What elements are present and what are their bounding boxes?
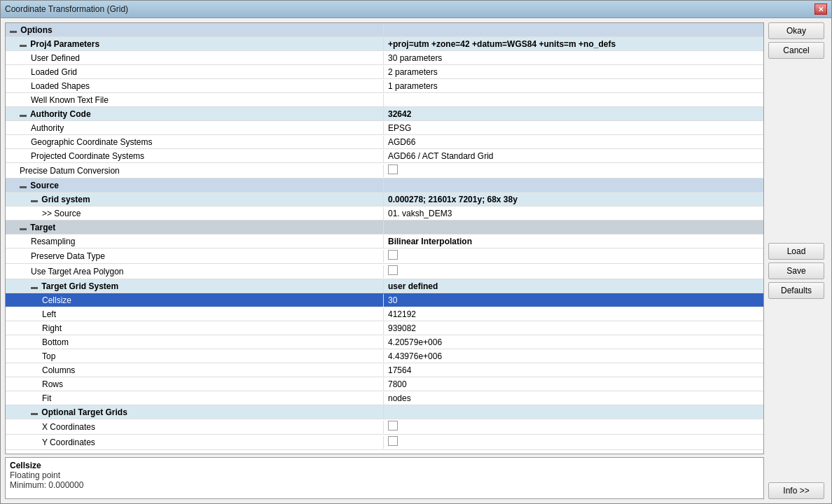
loaded-grid-row: Loaded Grid 2 parameters xyxy=(6,65,763,79)
target-grid-toggle[interactable]: ▬ xyxy=(31,283,39,290)
right-value: 939082 xyxy=(384,322,763,335)
rows-row: Rows 7800 xyxy=(6,377,763,391)
columns-row: Columns 17564 xyxy=(6,363,763,377)
right-row: Right 939082 xyxy=(6,321,763,335)
cellsize-key: Cellsize xyxy=(6,294,384,307)
precise-datum-checkbox[interactable] xyxy=(388,164,398,174)
grid-system-value: 0.000278; 21601x 7201y; 68x 38y xyxy=(384,193,763,206)
use-target-key: Use Target Area Polygon xyxy=(6,265,384,278)
use-target-row: Use Target Area Polygon xyxy=(6,264,763,279)
y-coordinates-checkbox[interactable] xyxy=(388,436,398,446)
options-label: ▬ Options xyxy=(6,24,384,36)
target-grid-value: user defined xyxy=(384,280,763,293)
geographic-row: Geographic Coordinate Systems AGD66 xyxy=(6,135,763,149)
projected-value: AGD66 / ACT Standard Grid xyxy=(384,150,763,162)
bottom-info-panel: Cellsize Floating point Minimum: 0.00000… xyxy=(5,457,764,499)
options-toggle[interactable]: ▬ xyxy=(10,27,18,34)
content-area: ▬ Options ▬ Proj4 Parameters +proj=utm +… xyxy=(1,18,831,503)
preserve-data-checkbox[interactable] xyxy=(388,250,398,260)
well-known-value xyxy=(384,99,763,102)
button-spacer2 xyxy=(768,302,827,480)
y-coordinates-value xyxy=(384,435,763,449)
options-section: ▬ Options xyxy=(6,23,763,37)
button-spacer xyxy=(768,62,827,240)
window-title: Coordinate Transformation (Grid) xyxy=(5,4,128,14)
titlebar: Coordinate Transformation (Grid) ✕ xyxy=(1,1,831,18)
authority-code-value: 32642 xyxy=(384,108,763,120)
right-panel: Okay Cancel Load Save Defaults Info >> xyxy=(768,18,831,503)
bottom-row: Bottom 4.20579e+006 xyxy=(6,335,763,349)
fit-value: nodes xyxy=(384,392,763,405)
authority-row: Authority EPSG xyxy=(6,121,763,135)
right-key: Right xyxy=(6,322,384,335)
proj4-toggle[interactable]: ▬ xyxy=(20,41,28,48)
top-value: 4.43976e+006 xyxy=(384,350,763,363)
loaded-shapes-value: 1 parameters xyxy=(384,80,763,92)
user-defined-row: User Defined 30 parameters xyxy=(6,51,763,65)
source-item-row: >> Source 01. vaksh_DEM3 xyxy=(6,206,763,220)
left-row: Left 412192 xyxy=(6,307,763,321)
y-coordinates-row: Y Coordinates xyxy=(6,435,763,450)
use-target-checkbox[interactable] xyxy=(388,265,398,275)
close-button[interactable]: ✕ xyxy=(814,4,827,15)
bottom-value: 4.20579e+006 xyxy=(384,336,763,349)
main-window: Coordinate Transformation (Grid) ✕ ▬ Opt… xyxy=(0,0,832,504)
fit-key: Fit xyxy=(6,392,384,405)
optional-grids-toggle[interactable]: ▬ xyxy=(31,409,39,416)
grid-system-toggle[interactable]: ▬ xyxy=(31,196,39,204)
precise-datum-row: Precise Datum Conversion xyxy=(6,163,763,178)
target-grid-row: ▬ Target Grid System user defined xyxy=(6,279,763,293)
defaults-button[interactable]: Defaults xyxy=(768,282,824,299)
target-toggle[interactable]: ▬ xyxy=(20,224,28,232)
bottom-info-line1: Floating point xyxy=(10,470,759,480)
proj4-key: ▬ Proj4 Parameters xyxy=(6,38,384,50)
well-known-row: Well Known Text File xyxy=(6,93,763,107)
authority-value: EPSG xyxy=(384,122,763,134)
left-key: Left xyxy=(6,308,384,321)
x-coordinates-row: X Coordinates xyxy=(6,419,763,435)
columns-value: 17564 xyxy=(384,364,763,377)
rows-value: 7800 xyxy=(384,378,763,391)
x-coordinates-value xyxy=(384,419,763,434)
x-coordinates-key: X Coordinates xyxy=(6,421,384,433)
info-button[interactable]: Info >> xyxy=(768,482,824,499)
save-button[interactable]: Save xyxy=(768,262,824,279)
main-panel: ▬ Options ▬ Proj4 Parameters +proj=utm +… xyxy=(1,18,768,503)
geographic-value: AGD66 xyxy=(384,136,763,148)
rows-key: Rows xyxy=(6,378,384,391)
okay-button[interactable]: Okay xyxy=(768,22,824,39)
loaded-shapes-key: Loaded Shapes xyxy=(6,80,384,92)
source-toggle[interactable]: ▬ xyxy=(20,182,28,190)
proj4-value: +proj=utm +zone=42 +datum=WGS84 +units=m… xyxy=(384,38,763,50)
grid-container[interactable]: ▬ Options ▬ Proj4 Parameters +proj=utm +… xyxy=(5,22,764,454)
cellsize-row[interactable]: Cellsize 30 xyxy=(6,293,763,307)
fit-row: Fit nodes xyxy=(6,391,763,405)
well-known-key: Well Known Text File xyxy=(6,94,384,106)
projected-row: Projected Coordinate Systems AGD66 / ACT… xyxy=(6,149,763,163)
cancel-button[interactable]: Cancel xyxy=(768,42,824,59)
grid-system-row: ▬ Grid system 0.000278; 21601x 7201y; 68… xyxy=(6,192,763,206)
loaded-grid-value: 2 parameters xyxy=(384,66,763,78)
loaded-shapes-row: Loaded Shapes 1 parameters xyxy=(6,79,763,93)
x-coordinates-checkbox[interactable] xyxy=(388,421,398,430)
resampling-value: Bilinear Interpolation xyxy=(384,235,763,248)
optional-grids-key: ▬ Optional Target Grids xyxy=(6,406,384,419)
authority-code-key: ▬ Authority Code xyxy=(6,108,384,120)
geographic-key: Geographic Coordinate Systems xyxy=(6,136,384,148)
resampling-key: Resampling xyxy=(6,235,384,248)
cellsize-value: 30 xyxy=(384,294,763,307)
preserve-data-value xyxy=(384,248,763,263)
load-button[interactable]: Load xyxy=(768,243,824,260)
target-section: ▬ Target xyxy=(6,220,763,234)
loaded-grid-key: Loaded Grid xyxy=(6,66,384,78)
grid-system-key: ▬ Grid system xyxy=(6,193,384,206)
bottom-key: Bottom xyxy=(6,336,384,349)
columns-key: Columns xyxy=(6,364,384,377)
resampling-row: Resampling Bilinear Interpolation xyxy=(6,234,763,248)
authority-toggle[interactable]: ▬ xyxy=(20,111,28,118)
user-defined-value: 30 parameters xyxy=(384,52,763,64)
authority-key: Authority xyxy=(6,122,384,134)
preserve-data-row: Preserve Data Type xyxy=(6,248,763,264)
bottom-info-title: Cellsize xyxy=(10,461,759,470)
preserve-data-key: Preserve Data Type xyxy=(6,250,384,262)
